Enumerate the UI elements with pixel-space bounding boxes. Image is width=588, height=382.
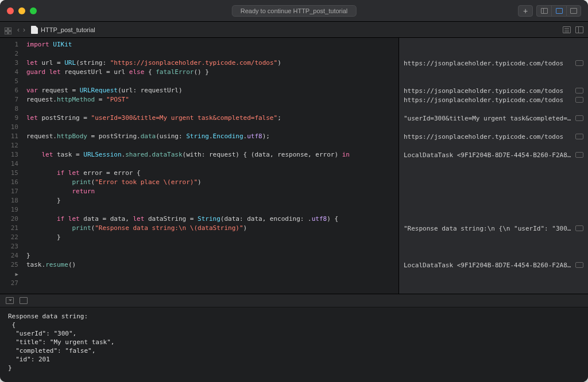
result-line[interactable]: LocalDataTask <9F1F204B-8D7E-4454-B260-F… xyxy=(399,260,588,270)
line-number: 25 xyxy=(0,260,18,270)
file-path[interactable]: HTTP_post_tutorial xyxy=(31,26,95,34)
result-line[interactable]: https://jsonplaceholder.typicode.com/tod… xyxy=(399,59,588,68)
code-line[interactable]: print("Response data string:\n \(dataStr… xyxy=(26,224,394,233)
result-line[interactable]: "userId=300&title=My urgent task&complet… xyxy=(399,114,588,123)
editor-options-icon[interactable] xyxy=(563,26,571,33)
playground-file-icon xyxy=(31,26,38,34)
svg-rect-0 xyxy=(5,28,7,30)
result-text: "Response data string:\n {\n "userId": "… xyxy=(404,225,572,232)
toggle-right-panel-button[interactable] xyxy=(566,5,581,17)
code-line[interactable] xyxy=(26,242,394,251)
result-line xyxy=(399,40,588,49)
line-number: 13 xyxy=(0,150,18,159)
result-line[interactable]: https://jsonplaceholder.typicode.com/tod… xyxy=(399,95,588,104)
line-number: 9 xyxy=(0,114,18,123)
maximize-window-button[interactable] xyxy=(30,7,37,14)
code-line[interactable]: return xyxy=(26,187,394,196)
code-line[interactable]: guard let requestUrl = url else { fatalE… xyxy=(26,68,394,77)
quicklook-icon[interactable] xyxy=(575,152,583,158)
related-items-icon[interactable] xyxy=(5,26,11,33)
line-number: 14 xyxy=(0,159,18,169)
titlebar: Ready to continue HTTP_post_tutorial + xyxy=(0,0,588,22)
result-line[interactable]: https://jsonplaceholder.typicode.com/tod… xyxy=(399,132,588,141)
code-line[interactable] xyxy=(26,279,394,288)
result-line xyxy=(399,68,588,77)
code-line[interactable]: if let data = data, let dataString = Str… xyxy=(26,215,394,224)
line-number: 11 xyxy=(0,132,18,141)
code-line[interactable]: import UIKit xyxy=(26,40,394,49)
xcode-playground-window: Ready to continue HTTP_post_tutorial + ‹… xyxy=(0,0,588,382)
code-line[interactable]: } xyxy=(26,233,394,242)
result-line xyxy=(399,104,588,114)
results-sidebar: https://jsonplaceholder.typicode.com/tod… xyxy=(399,38,588,294)
back-button[interactable]: ‹ xyxy=(17,26,20,34)
toggle-debug-area-icon[interactable] xyxy=(6,297,14,304)
result-line xyxy=(399,159,588,169)
code-line[interactable]: print("Error took place \(error)") xyxy=(26,178,394,187)
code-line[interactable]: task.resume() xyxy=(26,260,394,270)
line-number: 1 xyxy=(0,40,18,49)
toggle-left-panel-button[interactable] xyxy=(536,5,551,17)
forward-button[interactable]: › xyxy=(23,26,25,34)
quicklook-icon[interactable] xyxy=(575,262,583,268)
result-text: https://jsonplaceholder.typicode.com/tod… xyxy=(404,87,572,95)
code-line[interactable] xyxy=(26,270,394,279)
nav-arrows: ‹ › xyxy=(17,26,25,34)
code-line[interactable] xyxy=(26,159,394,169)
result-text: "userId=300&title=My urgent task&complet… xyxy=(404,115,572,122)
code-line[interactable] xyxy=(26,49,394,59)
result-line[interactable]: "Response data string:\n {\n "userId": "… xyxy=(399,224,588,233)
run-line-icon[interactable]: ▶ xyxy=(16,271,18,277)
code-line[interactable]: let task = URLSession.shared.dataTask(wi… xyxy=(26,150,394,159)
quicklook-icon[interactable] xyxy=(575,115,583,121)
line-number: 10 xyxy=(0,123,18,132)
code-line[interactable]: let url = URL(string: "https://jsonplace… xyxy=(26,59,394,68)
code-line[interactable]: var request = URLRequest(url: requestUrl… xyxy=(26,86,394,95)
line-number: 17 xyxy=(0,187,18,196)
add-editor-icon[interactable] xyxy=(575,26,583,33)
result-line xyxy=(399,49,588,59)
code-line[interactable]: } xyxy=(26,251,394,260)
quicklook-icon[interactable] xyxy=(575,97,583,103)
quicklook-icon[interactable] xyxy=(575,134,583,139)
line-number: 22 xyxy=(0,233,18,242)
minimize-window-button[interactable] xyxy=(18,7,25,14)
result-line xyxy=(399,205,588,215)
debug-bar xyxy=(0,294,588,307)
result-line xyxy=(399,279,588,288)
status-text: Ready to continue HTTP_post_tutorial xyxy=(241,7,348,14)
line-number: 7 xyxy=(0,95,18,104)
close-window-button[interactable] xyxy=(7,7,14,14)
quicklook-icon[interactable] xyxy=(575,225,583,231)
line-number: 24 xyxy=(0,251,18,260)
editor-options xyxy=(563,26,583,33)
source-editor[interactable]: 1234567891011121314151617181920212223242… xyxy=(0,38,399,294)
code-line[interactable] xyxy=(26,104,394,114)
code-line[interactable] xyxy=(26,77,394,86)
code-line[interactable] xyxy=(26,205,394,215)
code-line[interactable]: if let error = error { xyxy=(26,169,394,178)
result-line xyxy=(399,187,588,196)
debug-view-icon[interactable] xyxy=(20,297,28,304)
code-line[interactable]: } xyxy=(26,196,394,205)
code-line[interactable]: request.httpBody = postString.data(using… xyxy=(26,132,394,141)
code-line[interactable]: request.httpMethod = "POST" xyxy=(26,95,394,104)
code-line[interactable] xyxy=(26,141,394,150)
result-line xyxy=(399,270,588,279)
add-tab-button[interactable]: + xyxy=(518,5,533,17)
console-output[interactable]: Response data string: { "userId": "300",… xyxy=(0,307,588,382)
result-line[interactable]: LocalDataTask <9F1F204B-8D7E-4454-B260-F… xyxy=(399,150,588,159)
quicklook-icon[interactable] xyxy=(575,60,583,66)
code-line[interactable] xyxy=(26,123,394,132)
line-number: 6 xyxy=(0,86,18,95)
jump-bar: ‹ › HTTP_post_tutorial xyxy=(0,22,588,38)
svg-rect-2 xyxy=(5,32,7,34)
quicklook-icon[interactable] xyxy=(575,88,583,93)
line-number-gutter: 1234567891011121314151617181920212223242… xyxy=(0,38,22,294)
result-line xyxy=(399,251,588,260)
toggle-bottom-panel-button[interactable] xyxy=(551,5,566,17)
result-line[interactable]: https://jsonplaceholder.typicode.com/tod… xyxy=(399,86,588,95)
code-content[interactable]: import UIKitlet url = URL(string: "https… xyxy=(22,38,399,294)
activity-viewer[interactable]: Ready to continue HTTP_post_tutorial xyxy=(232,5,357,17)
code-line[interactable]: let postString = "userId=300&title=My ur… xyxy=(26,114,394,123)
